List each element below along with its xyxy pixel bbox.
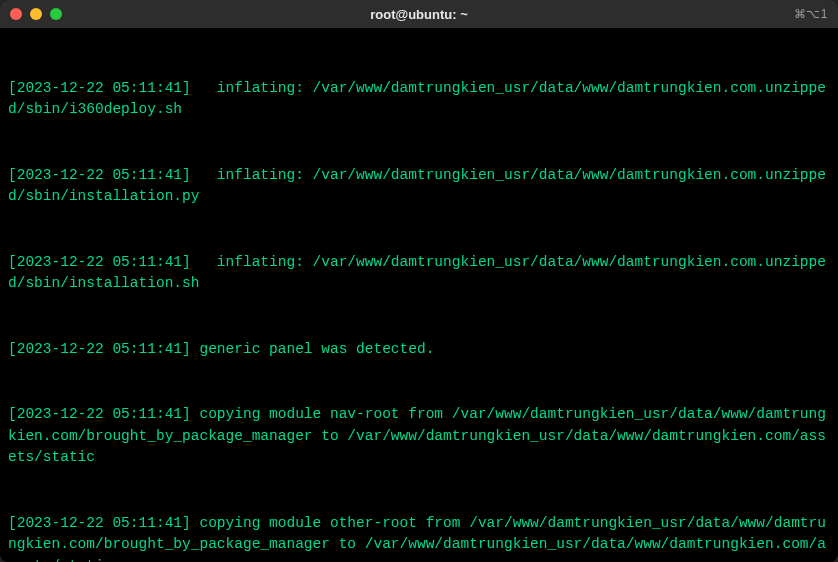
window-title: root@ubuntu: ~	[0, 7, 838, 22]
titlebar: root@ubuntu: ~ ⌘⌥1	[0, 0, 838, 28]
terminal-line: [2023-12-22 05:11:41] generic panel was …	[8, 339, 830, 361]
terminal-line: [2023-12-22 05:11:41] copying module nav…	[8, 404, 830, 469]
terminal-window: root@ubuntu: ~ ⌘⌥1 [2023-12-22 05:11:41]…	[0, 0, 838, 562]
minimize-icon[interactable]	[30, 8, 42, 20]
window-shortcut-label: ⌘⌥1	[794, 7, 828, 21]
terminal-line: [2023-12-22 05:11:41] inflating: /var/ww…	[8, 78, 830, 122]
maximize-icon[interactable]	[50, 8, 62, 20]
terminal-line: [2023-12-22 05:11:41] copying module oth…	[8, 513, 830, 563]
terminal-output[interactable]: [2023-12-22 05:11:41] inflating: /var/ww…	[0, 28, 838, 562]
close-icon[interactable]	[10, 8, 22, 20]
window-controls	[10, 8, 62, 20]
terminal-line: [2023-12-22 05:11:41] inflating: /var/ww…	[8, 252, 830, 296]
terminal-line: [2023-12-22 05:11:41] inflating: /var/ww…	[8, 165, 830, 209]
